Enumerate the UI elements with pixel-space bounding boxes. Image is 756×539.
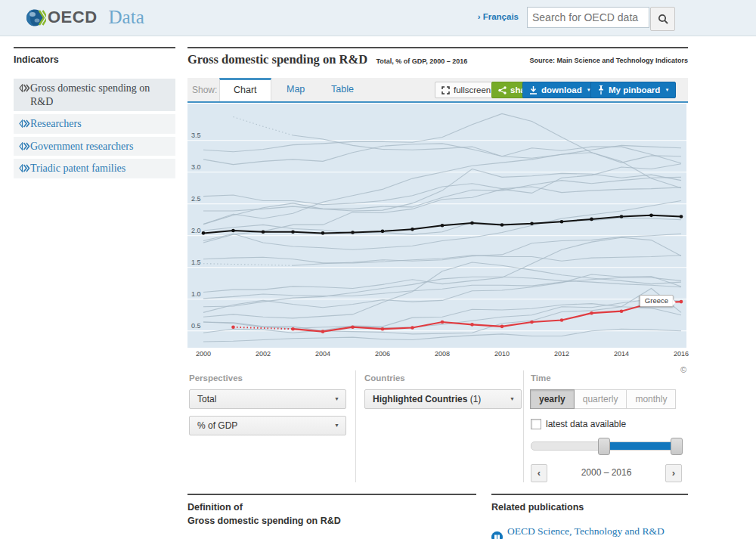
time-prev-button[interactable]: ‹ [531,464,547,482]
sidebar-item-government-researchers[interactable]: Government researchers [14,137,175,156]
series-line-marker [470,323,474,327]
latest-data-label: latest data available [546,419,626,429]
y-axis-label: 1.0 [191,290,201,298]
series-line-marker [560,220,564,224]
logo-text-oecd: OECD [48,8,98,27]
latest-data-row: latest data available [531,419,682,429]
x-axis: 200020022004200620082010201220142016 [187,348,686,361]
time-section: Time yearly quarterly monthly latest dat… [531,367,682,482]
series-line-marker [381,327,385,331]
download-label: download [541,85,582,94]
time-monthly-button[interactable]: monthly [626,389,676,409]
related-rule [491,494,688,495]
page-subtitle: Total, % of GDP, 2000 – 2016 [376,57,468,65]
related-publications-title: Related publications [491,501,688,515]
publication-icon [491,531,503,539]
series-line-marker [680,300,683,304]
series-line-marker [381,230,385,234]
x-axis-label: 2010 [494,350,510,358]
perspective-measure-dropdown[interactable]: % of GDP ▼ [189,416,346,435]
dropdown-count: (1) [470,394,482,404]
y-axis-label: 0.5 [191,322,201,330]
definition-rule [187,494,476,495]
series-line-marker [680,215,683,218]
divider [523,370,524,482]
sidebar-item-researchers[interactable]: Researchers [14,114,175,134]
time-heading: Time [531,373,682,383]
indicator-icon [18,142,30,150]
countries-section: Countries Highlighted Countries (1) ▼ [364,367,522,409]
time-frequency-group: yearly quarterly monthly [531,389,682,409]
latest-data-checkbox[interactable] [531,419,541,429]
tab-table[interactable]: Table [318,78,367,101]
series-line-marker [202,231,206,235]
oecd-globe-icon [26,8,46,28]
definition-title-line2: Gross domestic spending on R&D [187,515,476,528]
download-button[interactable]: download ▼ [522,82,598,98]
sidebar-item-label: Triadic patent families [30,162,125,175]
series-line-marker [351,231,355,234]
x-axis-label: 2008 [435,350,450,358]
y-axis-label: 3.0 [191,163,201,171]
slider-handle-right[interactable] [671,438,683,455]
indicator-list: Gross domestic spending on R&D Researche… [14,79,175,181]
related-publications-section: Related publications OECD Science, Techn… [491,494,688,539]
sidebar-item-gross-domestic-spending[interactable]: Gross domestic spending on R&D [14,79,175,111]
search-input[interactable] [527,7,649,28]
caret-down-icon: ▼ [510,390,515,408]
time-quarterly-button[interactable]: quarterly [574,389,627,409]
series-line-marker [441,321,445,324]
my-pinboard-button[interactable]: My pinboard ▼ [590,82,676,98]
series-line-marker [590,311,593,315]
x-axis-label: 2000 [196,350,211,358]
series-line-marker [620,309,624,313]
series-line-marker [649,214,653,218]
slider-selected-range [604,442,677,450]
page: OECD Data › Français Indicators Gross do… [0,0,756,539]
time-range-slider[interactable] [531,441,682,451]
perspective-total-dropdown[interactable]: Total ▼ [189,389,346,409]
logo-text-data: Data [109,7,144,28]
time-next-button[interactable]: › [665,464,682,482]
definition-title-line1: Definition of [187,501,476,515]
x-axis-label: 2006 [375,350,390,358]
line-chart[interactable]: 0.51.01.52.02.53.03.5 [187,104,686,348]
sidebar-item-label: Government researchers [30,140,133,153]
dropdown-value: % of GDP [197,420,237,431]
related-publication-label: OECD Science, Technology and R&D Statist… [507,525,688,539]
caret-down-icon: ▼ [334,417,339,435]
dropdown-value: Highlighted Countries [373,394,467,404]
indicator-icon [18,119,30,128]
tab-map[interactable]: Map [273,78,318,101]
series-line-marker [530,321,534,324]
main-rule [187,47,688,48]
divider [355,370,356,482]
countries-heading: Countries [364,373,522,383]
time-yearly-button[interactable]: yearly [530,389,575,409]
tab-chart[interactable]: Chart [219,78,271,101]
sidebar-title: Indicators [14,54,59,65]
search-button[interactable] [650,7,675,31]
series-line-marker [470,221,474,225]
series-line-marker [620,215,624,218]
countries-dropdown[interactable]: Highlighted Countries (1) ▼ [364,389,522,409]
oecd-data-logo[interactable]: OECD Data [26,7,144,28]
x-axis-label: 2002 [256,350,271,358]
caret-down-icon: ▼ [334,390,339,408]
series-line-marker [411,326,414,330]
pinboard-label: My pinboard [609,85,660,94]
language-link[interactable]: › Français [478,12,519,21]
x-axis-label: 2014 [614,350,629,358]
series-line-marker [262,230,265,234]
indicator-icon [18,164,30,172]
perspectives-section: Perspectives Total ▼ % of GDP ▼ [189,367,346,435]
fullscreen-button[interactable]: fullscreen [435,82,497,98]
related-publication-link[interactable]: OECD Science, Technology and R&D Statist… [491,525,688,539]
x-axis-label: 2004 [315,350,330,358]
share-icon [498,86,507,94]
sidebar-rule [14,47,175,48]
slider-handle-left[interactable] [598,438,610,455]
sidebar-item-triadic-patent-families[interactable]: Triadic patent families [14,159,175,178]
indicator-icon [18,84,30,92]
highlight-country-tooltip[interactable]: Greece [640,295,674,307]
